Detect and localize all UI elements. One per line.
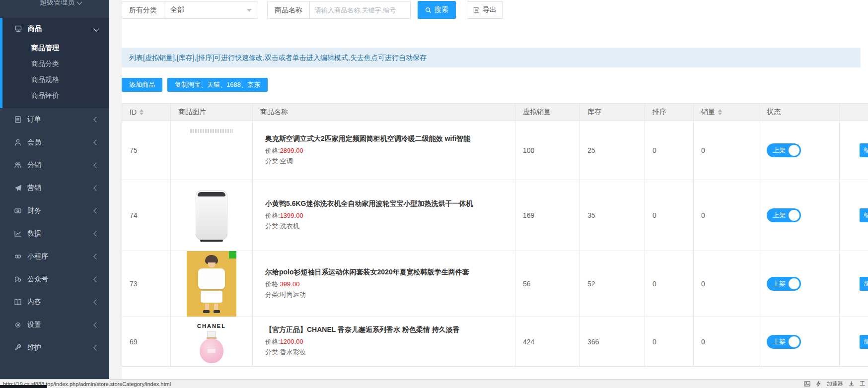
header-id[interactable]: ID — [122, 104, 171, 121]
content-icon — [14, 298, 22, 306]
name-filter-group: 商品名称 — [267, 1, 411, 19]
search-icon — [425, 7, 432, 13]
edit-button[interactable]: 编 — [860, 208, 868, 222]
header-sort: 排序 — [645, 104, 694, 121]
header-action — [840, 104, 868, 121]
main-content: 所有分类 全部 商品名称 搜索 导出 列表[虚拟销量],[库存],[排序]可进行… — [109, 0, 868, 379]
cell-sort[interactable]: 0 — [645, 251, 694, 317]
sidebar-menu: 商品 商品管理 商品分类 商品规格 商品评价 订单 会员 — [0, 18, 109, 359]
partial-toolbar-text: 工 — [860, 380, 865, 388]
sidebar-item-label: 内容 — [27, 298, 94, 307]
add-product-button[interactable]: 添加商品 — [122, 78, 162, 92]
product-title: 【官方正品】CHANEL 香奈儿邂逅系列香水 粉色柔情 持久淡香 — [265, 325, 460, 334]
cell-sort[interactable]: 0 — [645, 180, 694, 251]
sidebar-item-label: 分销 — [27, 161, 94, 170]
cell-stock[interactable]: 35 — [580, 180, 645, 251]
taskbar-fragment — [0, 385, 47, 388]
sidebar-item-product-category[interactable]: 商品分类 — [2, 56, 109, 71]
edit-button[interactable]: 编 — [860, 143, 868, 157]
cell-sort[interactable]: 0 — [645, 317, 694, 366]
category-select[interactable]: 全部 — [164, 1, 258, 18]
product-price: 价格:399.00 — [265, 279, 299, 290]
cell-stock[interactable]: 25 — [580, 121, 645, 180]
chevron-left-icon — [93, 254, 99, 259]
cell-sort[interactable]: 0 — [645, 121, 694, 180]
cell-sales: 0 — [694, 121, 759, 180]
sidebar-item-distribution[interactable]: 分销 — [0, 154, 109, 177]
sidebar: 超级管理员 商品 商品管理 商品分类 商品规格 商品评价 订单 — [0, 0, 109, 379]
sort-icon[interactable] — [718, 109, 722, 115]
status-toggle[interactable]: 上架 — [767, 143, 801, 157]
cell-virtual-sales[interactable]: 169 — [515, 180, 580, 251]
sidebar-item-content[interactable]: 内容 — [0, 291, 109, 314]
cell-action: 编 — [840, 251, 868, 317]
sort-icon[interactable] — [140, 109, 144, 115]
cell-status: 上架 — [759, 180, 840, 251]
new-tag — [229, 251, 236, 259]
status-toggle[interactable]: 上架 — [767, 208, 801, 222]
current-user-label: 超级管理员 — [40, 0, 74, 7]
sidebar-item-product-manage[interactable]: 商品管理 — [2, 40, 109, 56]
gear-icon — [14, 321, 22, 329]
header-sales[interactable]: 销量 — [694, 104, 759, 121]
cell-stock[interactable]: 366 — [580, 317, 645, 366]
cell-virtual-sales[interactable]: 100 — [515, 121, 580, 180]
product-title: 奥克斯空调立式大2匹家用定频圆筒柜机空调冷暖二级能效 wifi智能 — [265, 134, 470, 143]
cell-action: 编 — [840, 121, 868, 180]
cell-id: 69 — [122, 317, 171, 366]
save-icon — [473, 7, 480, 13]
sidebar-item-marketing[interactable]: 营销 — [0, 177, 109, 199]
cell-stock[interactable]: 52 — [580, 251, 645, 317]
sidebar-item-members[interactable]: 会员 — [0, 131, 109, 154]
download-icon[interactable] — [848, 381, 855, 387]
user-caret-icon — [76, 0, 82, 5]
official-account-icon — [14, 275, 22, 283]
laptop-icon — [14, 25, 22, 33]
miniprogram-icon — [14, 253, 22, 260]
info-alert-text: 列表[虚拟销量],[库存],[排序]可进行快速修改,双击或者单击进入编辑模式,失… — [129, 54, 427, 62]
cell-sales: 0 — [694, 317, 759, 366]
edit-button[interactable]: 编 — [860, 277, 868, 291]
sidebar-item-product-spec[interactable]: 商品规格 — [2, 71, 109, 87]
sidebar-item-label: 会员 — [27, 138, 94, 147]
sidebar-item-orders[interactable]: 订单 — [0, 108, 109, 131]
accelerator-label[interactable]: 加速器 — [827, 380, 843, 388]
cell-id: 74 — [122, 180, 171, 251]
sidebar-item-finance[interactable]: 财务 — [0, 199, 109, 222]
status-toggle[interactable]: 上架 — [767, 277, 801, 291]
table-header-row: ID 商品图片 商品名称 虚拟销量 库存 排序 销量 状态 — [122, 104, 868, 121]
product-name-input[interactable] — [310, 1, 410, 18]
sidebar-item-maintenance[interactable]: 维护 — [0, 336, 109, 359]
finance-icon — [14, 207, 22, 215]
cell-name: 小黄鸭5.6KG迷你洗衣机全自动家用波轮宝宝小型加热洗烘干一体机 价格:1399… — [253, 180, 515, 251]
cell-image: CHANEL — [171, 317, 253, 366]
app-root: { "sidebar": { "user": "超级管理员", "product… — [0, 0, 868, 388]
search-button[interactable]: 搜索 — [418, 1, 456, 19]
cell-virtual-sales[interactable]: 424 — [515, 317, 580, 366]
current-user[interactable]: 超级管理员 — [0, 0, 109, 7]
cell-id: 75 — [122, 121, 171, 180]
table-row: 73 尔给polo衫短袖日系运动休闲套装女2020年夏宽松韩版学生两件套 价格:… — [122, 251, 868, 317]
image-icon[interactable] — [804, 381, 810, 387]
status-toggle[interactable]: 上架 — [767, 335, 801, 349]
chevron-down-icon — [93, 26, 99, 31]
sidebar-item-miniprogram[interactable]: 小程序 — [0, 245, 109, 268]
sidebar-item-data[interactable]: 数据 — [0, 222, 109, 245]
sidebar-item-settings[interactable]: 设置 — [0, 314, 109, 336]
cell-name: 【官方正品】CHANEL 香奈儿邂逅系列香水 粉色柔情 持久淡香 价格:1200… — [253, 317, 515, 366]
flash-icon[interactable] — [815, 381, 822, 387]
sidebar-item-official-account[interactable]: 公众号 — [0, 268, 109, 291]
copy-product-button[interactable]: 复制淘宝、天猫、1688、京东 — [167, 78, 268, 92]
sidebar-item-label: 设置 — [27, 321, 94, 329]
cell-action: 编 — [840, 317, 868, 366]
cell-virtual-sales[interactable]: 56 — [515, 251, 580, 317]
sidebar-item-product-review[interactable]: 商品评价 — [2, 87, 109, 103]
sidebar-item-label: 公众号 — [27, 275, 94, 284]
select-arrow-icon — [247, 9, 252, 12]
product-price: 价格:2899.00 — [265, 146, 303, 156]
category-filter-label: 所有分类 — [122, 1, 164, 18]
export-button[interactable]: 导出 — [467, 1, 503, 19]
sidebar-item-products[interactable]: 商品 — [2, 18, 109, 40]
cell-status: 上架 — [759, 121, 840, 180]
edit-button[interactable]: 编 — [860, 335, 868, 349]
